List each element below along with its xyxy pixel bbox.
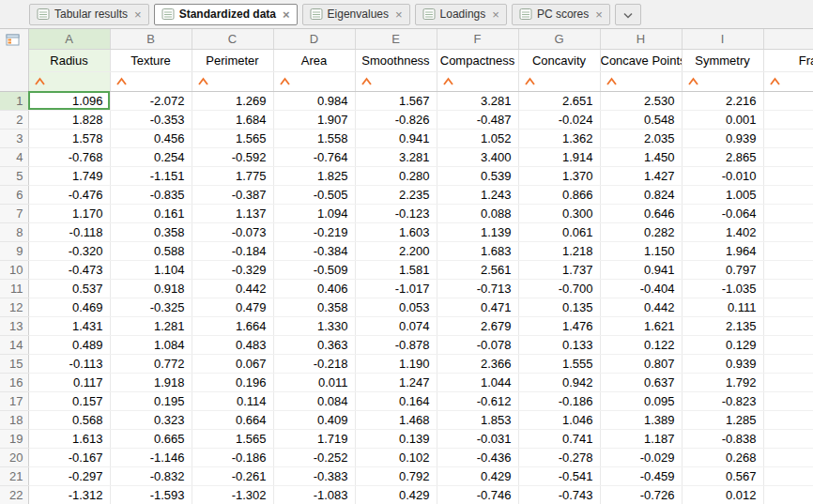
cell[interactable]: 0.195: [110, 391, 192, 410]
cell[interactable]: 1.719: [273, 429, 355, 448]
cell[interactable]: 1.749: [28, 166, 110, 185]
cell[interactable]: -0.184: [192, 241, 273, 260]
cell[interactable]: 1.285: [682, 410, 763, 429]
column-header-i[interactable]: I: [682, 29, 763, 49]
cell-partial[interactable]: [763, 147, 813, 166]
cell[interactable]: -1.017: [355, 279, 437, 298]
cell[interactable]: 0.122: [600, 335, 682, 354]
cell-partial[interactable]: [763, 279, 813, 298]
cell[interactable]: -0.768: [28, 147, 110, 166]
cell[interactable]: -0.297: [28, 466, 110, 485]
cell[interactable]: 1.187: [600, 429, 682, 448]
cell[interactable]: 1.684: [192, 110, 273, 129]
row-header-21[interactable]: 21: [0, 466, 28, 485]
cell[interactable]: 0.637: [600, 373, 682, 391]
cell[interactable]: -0.123: [355, 204, 437, 222]
cell[interactable]: 1.565: [192, 429, 273, 448]
cell[interactable]: 0.053: [355, 298, 437, 316]
cell[interactable]: 0.164: [355, 391, 437, 410]
column-header-h[interactable]: H: [600, 29, 682, 49]
cell[interactable]: 0.479: [192, 298, 273, 316]
variable-name-compactness[interactable]: Compactness: [437, 49, 518, 71]
cell-partial[interactable]: [763, 91, 813, 110]
cell[interactable]: 0.084: [273, 391, 355, 410]
cell[interactable]: 0.358: [110, 222, 192, 241]
cell[interactable]: 0.918: [110, 279, 192, 298]
close-icon[interactable]: ×: [134, 8, 142, 21]
cell-partial[interactable]: [763, 129, 813, 147]
cell[interactable]: 0.942: [518, 373, 600, 391]
cell[interactable]: -0.219: [273, 222, 355, 241]
cell[interactable]: -0.541: [518, 466, 600, 485]
row-header-10[interactable]: 10: [0, 260, 28, 279]
cell-partial[interactable]: [763, 260, 813, 279]
row-header-3[interactable]: 3: [0, 129, 28, 147]
cell-partial[interactable]: [763, 110, 813, 129]
cell[interactable]: 2.135: [682, 316, 763, 335]
cell[interactable]: 1.389: [600, 410, 682, 429]
variable-name-symmetry[interactable]: Symmetry: [682, 49, 763, 71]
cell[interactable]: 0.161: [110, 204, 192, 222]
cell[interactable]: 0.067: [192, 354, 273, 373]
cell[interactable]: 0.157: [28, 391, 110, 410]
cell[interactable]: -0.838: [682, 429, 763, 448]
cell[interactable]: 1.613: [28, 429, 110, 448]
cell-partial[interactable]: [763, 166, 813, 185]
cell-partial[interactable]: [763, 298, 813, 316]
cell-partial[interactable]: [763, 354, 813, 373]
cell[interactable]: -1.035: [682, 279, 763, 298]
cell[interactable]: 0.429: [437, 466, 518, 485]
cell[interactable]: 1.567: [355, 91, 437, 110]
cell[interactable]: 1.664: [192, 316, 273, 335]
cell[interactable]: 3.281: [355, 147, 437, 166]
cell[interactable]: 3.400: [437, 147, 518, 166]
cell[interactable]: -1.302: [192, 485, 273, 504]
cell[interactable]: -0.384: [273, 241, 355, 260]
cell-partial[interactable]: [763, 241, 813, 260]
column-type-flag[interactable]: [600, 71, 682, 91]
cell[interactable]: 1.218: [518, 241, 600, 260]
cell[interactable]: -0.509: [273, 260, 355, 279]
cell[interactable]: 1.330: [273, 316, 355, 335]
cell[interactable]: 0.807: [600, 354, 682, 373]
cell[interactable]: -0.029: [600, 448, 682, 466]
cell[interactable]: -0.743: [518, 485, 600, 504]
cell[interactable]: -0.592: [192, 147, 273, 166]
cell-partial[interactable]: [763, 204, 813, 222]
variable-name-perimeter[interactable]: Perimeter: [192, 49, 273, 71]
cell[interactable]: 0.469: [28, 298, 110, 316]
cell[interactable]: 0.409: [273, 410, 355, 429]
cell[interactable]: -0.320: [28, 241, 110, 260]
column-header-a[interactable]: A: [28, 29, 110, 49]
cell[interactable]: 0.772: [110, 354, 192, 373]
cell[interactable]: 1.427: [600, 166, 682, 185]
cell[interactable]: 2.561: [437, 260, 518, 279]
cell[interactable]: 0.012: [682, 485, 763, 504]
cell[interactable]: 1.243: [437, 185, 518, 204]
cell[interactable]: -0.383: [273, 466, 355, 485]
row-header-12[interactable]: 12: [0, 298, 28, 316]
cell[interactable]: -0.031: [437, 429, 518, 448]
cell[interactable]: 0.939: [682, 129, 763, 147]
row-header-5[interactable]: 5: [0, 166, 28, 185]
select-all-corner[interactable]: [0, 29, 28, 91]
tab-standardized-data[interactable]: Standardized data×: [154, 4, 298, 25]
cell[interactable]: -1.151: [110, 166, 192, 185]
cell[interactable]: 0.984: [273, 91, 355, 110]
close-icon[interactable]: ×: [492, 8, 499, 21]
cell[interactable]: 0.665: [110, 429, 192, 448]
cell[interactable]: 1.964: [682, 241, 763, 260]
cell[interactable]: -0.612: [437, 391, 518, 410]
column-type-flag[interactable]: [110, 71, 192, 91]
cell-partial[interactable]: [763, 410, 813, 429]
cell[interactable]: 1.565: [192, 129, 273, 147]
cell[interactable]: 2.366: [437, 354, 518, 373]
cell[interactable]: 1.137: [192, 204, 273, 222]
cell[interactable]: 1.578: [28, 129, 110, 147]
cell[interactable]: 0.941: [355, 129, 437, 147]
cell[interactable]: -0.835: [110, 185, 192, 204]
row-header-14[interactable]: 14: [0, 335, 28, 354]
cell[interactable]: -0.113: [28, 354, 110, 373]
cell[interactable]: 1.094: [273, 204, 355, 222]
cell[interactable]: 0.939: [682, 354, 763, 373]
